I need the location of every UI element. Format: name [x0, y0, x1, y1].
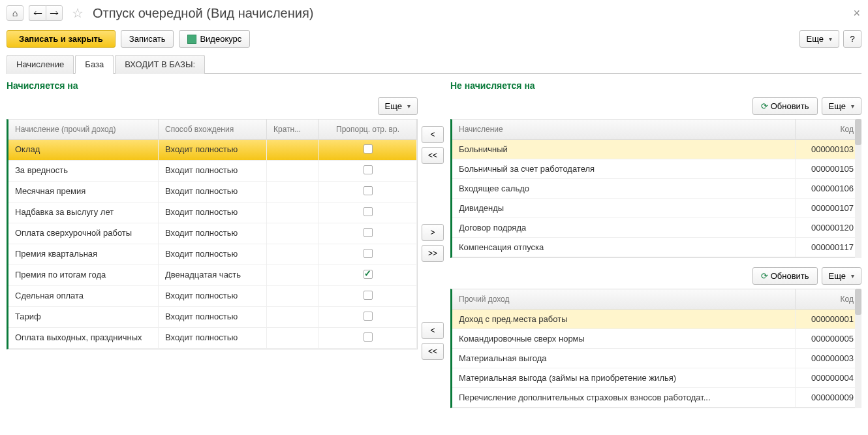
cell-prop[interactable] [319, 244, 417, 265]
col-krat[interactable]: Кратн... [267, 120, 319, 139]
scrollbar[interactable] [855, 119, 861, 258]
table-row[interactable]: Доход с пред.места работы000000001 [452, 310, 861, 329]
cell-prop[interactable] [319, 140, 417, 160]
cell-code: 000000107 [796, 199, 861, 218]
cell-name: Дивиденды [452, 199, 796, 218]
checkbox[interactable] [364, 228, 373, 237]
table-row[interactable]: Договор подряда000000120 [452, 218, 861, 238]
move-left2-button[interactable]: < [422, 322, 444, 339]
checkbox[interactable] [364, 291, 373, 300]
cell-name: Премия квартальная [8, 244, 159, 265]
cell-way: Входит полностью [159, 244, 267, 265]
checkbox[interactable] [364, 207, 373, 216]
cell-name: Надбавка за выслугу лет [8, 202, 159, 223]
checkbox[interactable] [364, 312, 373, 321]
right-bottom-more-button[interactable]: Еще [822, 267, 861, 285]
cell-krat [267, 182, 319, 202]
cell-prop[interactable] [319, 182, 417, 202]
cell-name: Компенсация отпуска [452, 238, 796, 257]
move-left2-all-button[interactable]: << [422, 343, 444, 360]
col-name-bottom[interactable]: Прочий доход [452, 289, 796, 309]
left-more-button[interactable]: Еще [378, 97, 418, 115]
table-row[interactable]: Премия по итогам годаДвенадцатая часть [8, 265, 417, 286]
cell-name: Премия по итогам года [8, 265, 159, 285]
table-row[interactable]: Входящее сальдо000000106 [452, 179, 861, 199]
table-row[interactable]: Материальная выгода (займы на приобретен… [452, 368, 861, 388]
table-row[interactable]: Месячная премияВходит полностью [8, 182, 417, 202]
cell-prop[interactable] [319, 161, 417, 181]
col-prop[interactable]: Пропорц. отр. вр. [319, 120, 417, 139]
cell-krat [267, 161, 319, 181]
help-button[interactable]: ? [843, 30, 861, 48]
save-button[interactable]: Записать [121, 30, 174, 48]
table-row[interactable]: Больничный за счет работодателя000000105 [452, 159, 861, 179]
checkbox[interactable] [364, 249, 373, 258]
refresh-top-button[interactable]: ⟳Обновить [752, 97, 818, 115]
table-row[interactable]: ОкладВходит полностью [8, 140, 417, 161]
cell-krat [267, 307, 319, 327]
checkbox[interactable] [364, 270, 373, 279]
table-row[interactable]: Оплата выходных, праздничныхВходит полно… [8, 328, 417, 349]
save-close-button[interactable]: Записать и закрыть [7, 30, 116, 48]
checkbox[interactable] [364, 144, 373, 153]
table-row[interactable]: Надбавка за выслугу летВходит полностью [8, 202, 417, 223]
cell-krat [267, 223, 319, 244]
col-way[interactable]: Способ вхождения [159, 120, 267, 139]
table-row[interactable]: Больничный000000103 [452, 140, 861, 159]
cell-code: 000000004 [796, 368, 861, 387]
cell-prop[interactable] [319, 265, 417, 285]
cell-name: Месячная премия [8, 182, 159, 202]
col-name[interactable]: Начисление (прочий доход) [8, 120, 159, 139]
col-code-top[interactable]: Код [796, 120, 861, 139]
move-left-button[interactable]: < [422, 126, 444, 143]
cell-name: Входящее сальдо [452, 179, 796, 198]
move-right-button[interactable]: > [422, 224, 444, 241]
table-row[interactable]: Командировочные сверх нормы000000005 [452, 329, 861, 349]
cell-prop[interactable] [319, 307, 417, 327]
cell-name: Доход с пред.места работы [452, 310, 796, 329]
table-row[interactable]: За вредностьВходит полностью [8, 161, 417, 182]
checkbox[interactable] [364, 186, 373, 195]
tab-accrual[interactable]: Начисление [7, 55, 74, 74]
close-icon[interactable]: × [853, 7, 860, 20]
tab-included-in[interactable]: ВХОДИТ В БАЗЫ: [115, 55, 205, 74]
back-button[interactable]: 🡐 [29, 5, 46, 21]
cell-way: Входит полностью [159, 161, 267, 181]
table-row[interactable]: Сдельная оплатаВходит полностью [8, 286, 417, 307]
favorite-star-icon[interactable]: ☆ [72, 5, 84, 21]
cell-name: Перечисление дополнительных страховых вз… [452, 388, 796, 407]
table-row[interactable]: Материальная выгода000000003 [452, 349, 861, 368]
table-row[interactable]: Перечисление дополнительных страховых вз… [452, 388, 861, 408]
home-button[interactable]: ⌂ [7, 5, 23, 21]
checkbox[interactable] [364, 165, 373, 174]
scrollbar[interactable] [855, 289, 861, 408]
cell-prop[interactable] [319, 286, 417, 306]
table-row[interactable]: Оплата сверхурочной работыВходит полност… [8, 223, 417, 244]
forward-button[interactable]: 🡒 [46, 5, 63, 21]
right-top-more-button[interactable]: Еще [822, 97, 861, 115]
move-right-all-button[interactable]: >> [422, 245, 444, 262]
cell-way: Входит полностью [159, 140, 267, 160]
cell-krat [267, 265, 319, 285]
cell-prop[interactable] [319, 223, 417, 244]
table-row[interactable]: Компенсация отпуска000000117 [452, 238, 861, 257]
cell-name: Оплата сверхурочной работы [8, 223, 159, 244]
move-left-all-button[interactable]: << [422, 147, 444, 164]
checkbox[interactable] [364, 332, 373, 342]
col-code-bottom[interactable]: Код [796, 289, 861, 309]
cell-way: Входит полностью [159, 286, 267, 306]
refresh-icon: ⟳ [761, 271, 768, 281]
cell-way: Входит полностью [159, 223, 267, 244]
cell-prop[interactable] [319, 328, 417, 348]
cell-prop[interactable] [319, 202, 417, 223]
cell-code: 000000117 [796, 238, 861, 257]
table-row[interactable]: Премия квартальнаяВходит полностью [8, 244, 417, 265]
more-button[interactable]: Еще [799, 30, 839, 48]
table-row[interactable]: ТарифВходит полностью [8, 307, 417, 328]
table-row[interactable]: Дивиденды000000107 [452, 199, 861, 218]
col-name-top[interactable]: Начисление [452, 120, 796, 139]
cell-code: 000000001 [796, 310, 861, 329]
refresh-bottom-button[interactable]: ⟳Обновить [752, 267, 818, 285]
video-button[interactable]: Видеокурс [179, 30, 250, 48]
tab-base[interactable]: База [75, 55, 114, 74]
